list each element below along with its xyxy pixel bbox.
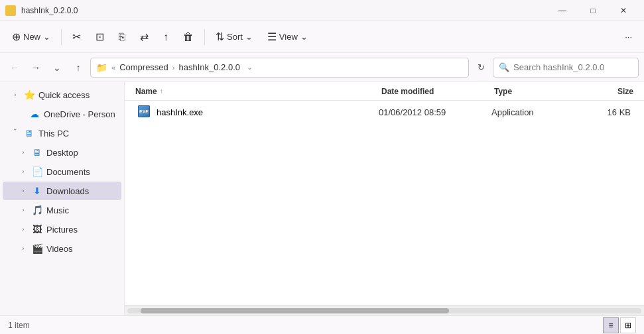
details-view-icon: ≡ (608, 321, 613, 330)
sidebar-item-label: Desktop (46, 148, 78, 158)
sort-button[interactable]: ⇅ Sort ⌄ (209, 25, 259, 49)
sidebar-item-videos[interactable]: › 🎬 Videos (3, 239, 121, 258)
downloads-icon: ⬇ (32, 186, 42, 196)
breadcrumb-sep1: « (111, 64, 115, 72)
expand-icon: › (19, 168, 28, 175)
expand-icon: › (12, 129, 19, 138)
file-date: 01/06/2012 08:59 (379, 107, 491, 117)
sort-label: Sort (227, 32, 243, 42)
view-button[interactable]: ☰ View ⌄ (261, 25, 314, 49)
forward-button[interactable]: → (27, 58, 45, 77)
col-size: Size (580, 87, 633, 96)
grid-view-button[interactable]: ⊞ (620, 317, 636, 333)
close-button[interactable]: ✕ (608, 0, 639, 21)
file-area: Name ↑ Date modified Type Size EXE hashI… (125, 82, 644, 315)
scrollbar-thumb (141, 308, 449, 313)
sort-icon: ⇅ (216, 30, 224, 43)
folder-icon (5, 5, 16, 16)
documents-icon: 📄 (32, 166, 42, 177)
sidebar-item-label: OneDrive - Person (44, 109, 115, 119)
search-bar: 🔍 (493, 58, 639, 78)
status-item-count: 1 item (8, 321, 30, 330)
copy-button[interactable]: ⊡ (89, 25, 111, 49)
sidebar-item-this-pc[interactable]: › 🖥 This PC (3, 124, 121, 142)
table-row[interactable]: EXE hashInk.exe 01/06/2012 08:59 Applica… (127, 101, 641, 123)
view-label: View (279, 32, 298, 42)
view-toggle-buttons: ≡ ⊞ (603, 317, 636, 333)
col-type: Type (494, 87, 580, 96)
grid-view-icon: ⊞ (625, 321, 631, 330)
expand-icon: › (19, 149, 28, 156)
more-button[interactable]: ··· (618, 25, 639, 49)
sidebar-item-onedrive[interactable]: ☁ OneDrive - Person (3, 105, 121, 123)
view-chevron: ⌄ (300, 32, 308, 42)
delete-button[interactable]: 🗑 (176, 25, 200, 49)
toolbar: ⊕ New ⌄ ✂ ⊡ ⎘ ⇄ ↑ 🗑 ⇅ Sort ⌄ ☰ View ⌄ ··… (0, 21, 644, 53)
title-bar: hashInk_0.2.0.0 — □ ✕ (0, 0, 644, 21)
sidebar-item-quick-access[interactable]: › ⭐ Quick access (3, 85, 121, 104)
breadcrumb-part2: hashInk_0.2.0.0 (179, 62, 241, 72)
cut-button[interactable]: ✂ (66, 25, 88, 49)
title-bar-left: hashInk_0.2.0.0 (5, 5, 78, 16)
breadcrumb-folder-icon: 📁 (96, 62, 107, 73)
main-area: › ⭐ Quick access ☁ OneDrive - Person › 🖥… (0, 82, 644, 315)
file-type: Application (491, 107, 578, 117)
desktop-icon: 🖥 (32, 147, 42, 158)
new-button[interactable]: ⊕ New ⌄ (5, 25, 57, 49)
new-chevron: ⌄ (43, 32, 50, 42)
maximize-button[interactable]: □ (578, 0, 608, 21)
sidebar: › ⭐ Quick access ☁ OneDrive - Person › 🖥… (0, 82, 125, 315)
sidebar-item-label: Pictures (46, 225, 78, 235)
file-name-cell: EXE hashInk.exe (138, 105, 379, 119)
expand-icon: › (19, 188, 28, 194)
sidebar-item-pictures[interactable]: › 🖼 Pictures (3, 220, 121, 239)
paste-button[interactable]: ⎘ (112, 25, 132, 49)
nav-bar: ← → ⌄ ↑ 📁 « Compressed › hashInk_0.2.0.0… (0, 53, 644, 82)
toolbar-separator-2 (204, 29, 205, 45)
expand-icon: › (19, 245, 28, 252)
share-button[interactable]: ↑ (157, 25, 175, 49)
share-icon: ↑ (163, 31, 168, 43)
sidebar-item-label: Quick access (38, 90, 90, 100)
sidebar-item-music[interactable]: › 🎵 Music (3, 201, 121, 219)
expand-icon: › (11, 91, 20, 98)
sidebar-item-label: Downloads (46, 186, 89, 196)
col-date: Date modified (381, 87, 494, 96)
file-list: EXE hashInk.exe 01/06/2012 08:59 Applica… (125, 101, 644, 305)
sort-chevron: ⌄ (245, 32, 253, 42)
sidebar-item-label: Videos (46, 244, 73, 254)
up-button[interactable]: ↑ (69, 58, 88, 77)
search-input[interactable] (513, 62, 633, 72)
copy-icon: ⊡ (96, 30, 104, 43)
horizontal-scrollbar[interactable] (125, 305, 644, 315)
move-button[interactable]: ⇄ (133, 25, 155, 49)
exe-icon: EXE (138, 105, 150, 117)
file-icon: EXE (138, 105, 151, 119)
pictures-icon: 🖼 (32, 224, 42, 235)
new-label: New (23, 32, 40, 42)
col-name: Name ↑ (135, 87, 381, 96)
sidebar-item-downloads[interactable]: › ⬇ Downloads (3, 182, 121, 200)
expand-icon: › (19, 207, 28, 213)
toolbar-separator-1 (61, 29, 62, 45)
back-button[interactable]: ← (5, 58, 24, 77)
sidebar-item-documents[interactable]: › 📄 Documents (3, 162, 121, 181)
paste-icon: ⎘ (119, 31, 125, 43)
refresh-button[interactable]: ↻ (472, 58, 490, 77)
sidebar-item-label: Music (46, 205, 69, 215)
sort-arrow-icon: ↑ (160, 87, 163, 95)
view-icon: ☰ (267, 30, 277, 43)
move-icon: ⇄ (140, 30, 149, 43)
sidebar-item-label: Documents (46, 167, 90, 177)
window-title: hashInk_0.2.0.0 (21, 6, 78, 15)
recent-locations-button[interactable]: ⌄ (48, 58, 66, 77)
delete-icon: 🗑 (183, 31, 194, 43)
file-name: hashInk.exe (157, 107, 203, 117)
address-bar[interactable]: 📁 « Compressed › hashInk_0.2.0.0 ⌄ (90, 58, 469, 78)
breadcrumb-arrow: › (172, 64, 175, 72)
expand-icon: › (19, 226, 28, 233)
sidebar-item-desktop[interactable]: › 🖥 Desktop (3, 143, 121, 162)
details-view-button[interactable]: ≡ (603, 317, 619, 333)
minimize-button[interactable]: — (547, 0, 578, 21)
window-controls: — □ ✕ (547, 0, 639, 21)
